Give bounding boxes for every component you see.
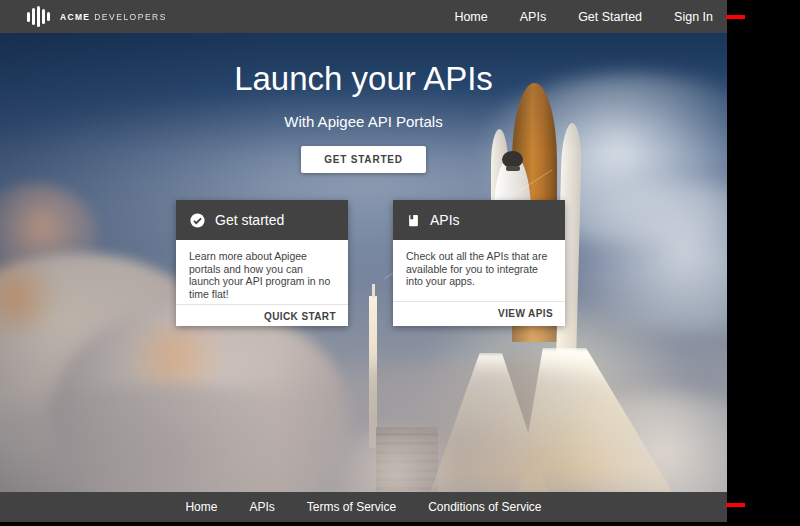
get-started-button[interactable]: GET STARTED — [301, 146, 426, 173]
footer-link-terms[interactable]: Terms of Service — [307, 500, 396, 514]
brand-secondary: DEVELOPERS — [94, 12, 167, 22]
hero-content: Launch your APIs With Apigee API Portals… — [0, 33, 727, 173]
view-apis-link[interactable]: VIEW APIS — [393, 301, 565, 326]
hero-subtitle: With Apigee API Portals — [0, 113, 727, 130]
card-header: APIs — [393, 200, 565, 240]
document-icon — [406, 213, 421, 228]
portal-page: ACMEDEVELOPERS Home APIs Get Started Sig… — [0, 0, 727, 522]
footer-link-apis[interactable]: APIs — [249, 500, 274, 514]
card-header: Get started — [176, 200, 348, 240]
brand-logo[interactable]: ACMEDEVELOPERS — [0, 7, 167, 27]
footer-bar: Home APIs Terms of Service Conditions of… — [0, 492, 727, 522]
footer-link-home[interactable]: Home — [185, 500, 217, 514]
quick-start-link[interactable]: QUICK START — [176, 304, 348, 329]
card-body-text: Learn more about Apigee portals and how … — [176, 240, 348, 304]
check-circle-icon — [189, 212, 206, 229]
annotation-marker-footer — [726, 503, 745, 507]
card-title: APIs — [430, 212, 460, 228]
nav-link-apis[interactable]: APIs — [520, 10, 546, 24]
nav-link-home[interactable]: Home — [454, 10, 487, 24]
brand-name: ACMEDEVELOPERS — [60, 12, 167, 22]
footer-link-conditions[interactable]: Conditions of Service — [428, 500, 541, 514]
card-apis: APIs Check out all the APIs that are ava… — [393, 200, 565, 326]
nav-links: Home APIs Get Started Sign In — [454, 10, 727, 24]
top-navbar: ACMEDEVELOPERS Home APIs Get Started Sig… — [0, 0, 727, 33]
annotation-marker-sign-in — [726, 15, 745, 19]
brand-primary: ACME — [60, 12, 90, 22]
equalizer-bars-icon — [27, 7, 50, 27]
hero-title: Launch your APIs — [0, 60, 727, 98]
card-get-started: Get started Learn more about Apigee port… — [176, 200, 348, 326]
card-title: Get started — [215, 212, 284, 228]
card-body-text: Check out all the APIs that are availabl… — [393, 240, 565, 301]
nav-link-sign-in[interactable]: Sign In — [674, 10, 713, 24]
nav-link-get-started[interactable]: Get Started — [578, 10, 642, 24]
